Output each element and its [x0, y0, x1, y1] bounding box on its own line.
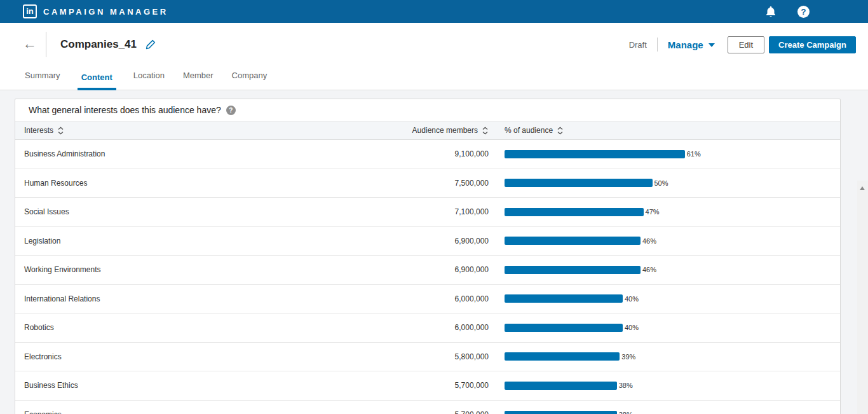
table-row: International Relations 6,000,000 40%	[15, 285, 840, 314]
manage-dropdown[interactable]: Manage	[668, 39, 715, 50]
audience-members-value: 5,700,000	[455, 381, 489, 390]
table-row: Human Resources 7,500,000 50%	[15, 169, 840, 198]
tab-location[interactable]: Location	[132, 71, 166, 90]
sort-icon-interests[interactable]	[57, 127, 64, 135]
interest-label: Economics	[24, 410, 62, 414]
interest-label: Legislation	[24, 237, 60, 245]
audience-interests-card: What general interests does this audienc…	[15, 99, 841, 414]
interest-label: Human Resources	[24, 179, 87, 188]
audience-members-value: 7,100,000	[455, 207, 489, 216]
main-content: What general interests does this audienc…	[0, 90, 868, 414]
interest-label: Business Ethics	[24, 381, 78, 390]
edit-button[interactable]: Edit	[728, 36, 764, 53]
vertical-scrollbar[interactable]	[857, 181, 868, 414]
percentage-label: 46%	[642, 266, 656, 273]
audience-members-value: 5,800,000	[455, 352, 489, 361]
create-campaign-button[interactable]: Create Campaign	[769, 36, 856, 53]
back-arrow-icon[interactable]: ←	[18, 36, 46, 53]
tab-member[interactable]: Member	[182, 71, 215, 90]
question-help-icon[interactable]: ?	[226, 106, 236, 115]
interest-label: Business Administration	[24, 149, 105, 158]
interest-label: Electronics	[24, 352, 62, 361]
percentage-bar	[505, 352, 620, 361]
manage-label: Manage	[668, 39, 703, 50]
edit-title-pencil-icon[interactable]	[146, 39, 156, 50]
audience-members-value: 7,500,000	[455, 179, 489, 188]
percentage-bar	[505, 150, 685, 158]
linkedin-logo-icon: in	[23, 4, 37, 18]
percentage-bar	[505, 411, 617, 414]
notifications-bell-icon[interactable]	[765, 6, 776, 18]
column-header-audience-members: Audience members	[412, 126, 478, 135]
tab-summary[interactable]: Summary	[24, 71, 62, 90]
status-badge: Draft	[629, 40, 647, 50]
percentage-label: 46%	[642, 237, 656, 245]
table-body: Business Administration 9,100,000 61% Hu…	[15, 140, 840, 414]
page-header: ← Companies_41 Draft Manage Edit Create …	[0, 23, 868, 66]
percentage-label: 50%	[654, 179, 668, 187]
interest-label: Robotics	[24, 323, 54, 332]
tab-content[interactable]: Content	[78, 72, 116, 90]
card-question-title: What general interests does this audienc…	[29, 105, 221, 115]
percentage-label: 38%	[619, 382, 633, 389]
table-row: Economics 5,700,000 38%	[15, 401, 840, 414]
brand: in CAMPAIGN MANAGER	[23, 4, 168, 18]
scrollbar-up-arrow-icon[interactable]	[860, 186, 865, 190]
percentage-bar	[505, 382, 617, 390]
table-row: Social Issues 7,100,000 47%	[15, 198, 840, 227]
table-row: Working Environments 6,900,000 46%	[15, 256, 840, 285]
percentage-bar	[505, 179, 653, 187]
audience-members-value: 5,700,000	[455, 410, 489, 414]
audience-members-value: 6,000,000	[455, 323, 489, 332]
table-row: Robotics 6,000,000 40%	[15, 314, 840, 343]
percentage-bar	[505, 266, 641, 274]
help-icon[interactable]: ?	[797, 6, 810, 18]
page-title: Companies_41	[60, 38, 137, 51]
table-row: Legislation 6,900,000 46%	[15, 227, 840, 256]
audience-members-value: 6,900,000	[455, 237, 489, 245]
chevron-down-icon	[709, 43, 715, 47]
header-divider-2	[657, 38, 658, 52]
table-row: Business Administration 9,100,000 61%	[15, 140, 840, 169]
interest-label: Social Issues	[24, 207, 69, 216]
percentage-label: 40%	[625, 324, 639, 331]
audience-members-value: 6,000,000	[455, 294, 489, 303]
percentage-bar	[505, 324, 623, 332]
percentage-label: 61%	[687, 150, 701, 158]
percentage-bar	[505, 237, 641, 245]
table-header-row: Interests Audience members % of audience	[15, 121, 840, 140]
table-row: Business Ethics 5,700,000 38%	[15, 371, 840, 401]
interest-label: Working Environments	[24, 265, 101, 274]
app-title: CAMPAIGN MANAGER	[43, 7, 168, 17]
tab-company[interactable]: Company	[231, 71, 269, 90]
tab-bar: SummaryContentLocationMemberCompany	[0, 66, 868, 90]
table-row: Electronics 5,800,000 39%	[15, 343, 840, 372]
percentage-bar	[505, 294, 623, 303]
audience-members-value: 6,900,000	[455, 265, 489, 274]
percentage-label: 38%	[619, 411, 633, 414]
percentage-label: 39%	[621, 353, 635, 361]
percentage-label: 40%	[625, 295, 639, 303]
sort-icon-pct-of-audience[interactable]	[557, 127, 564, 135]
header-divider	[46, 32, 46, 57]
column-header-pct-of-audience: % of audience	[505, 126, 553, 135]
sort-icon-audience-members[interactable]	[482, 127, 489, 135]
percentage-bar	[505, 208, 644, 216]
column-header-interests: Interests	[24, 126, 53, 135]
percentage-label: 47%	[646, 208, 660, 216]
interest-label: International Relations	[24, 294, 100, 303]
audience-members-value: 9,100,000	[455, 149, 489, 158]
top-bar: in CAMPAIGN MANAGER ?	[0, 0, 868, 23]
